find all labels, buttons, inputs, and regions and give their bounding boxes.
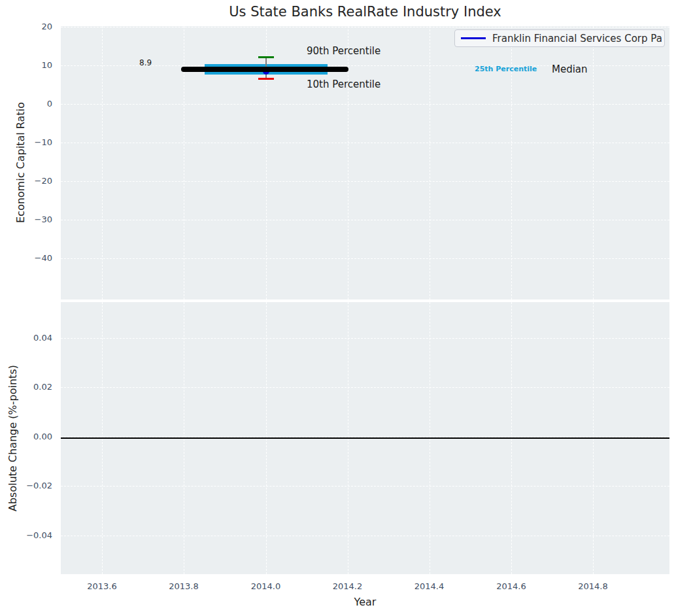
- gridline-h: [61, 104, 669, 105]
- p10-annotation: 10th Percentile: [307, 78, 380, 90]
- gridline-v: [430, 26, 430, 299]
- gridline-h: [61, 220, 669, 220]
- gridline-v: [102, 26, 103, 299]
- x-axis-label: Year: [61, 596, 669, 608]
- gridline-h: [61, 181, 669, 182]
- xtick-label: 2013.6: [79, 581, 125, 592]
- bottom-plot-area: [61, 302, 669, 574]
- p10-cap: [258, 78, 274, 80]
- bottom-y-axis-label: Absolute Change (%-points): [5, 302, 20, 574]
- gridline-h: [61, 486, 669, 487]
- xtick-label: 2014.2: [325, 581, 371, 592]
- legend-line-sample: [461, 37, 486, 39]
- gridline-h: [61, 338, 669, 339]
- xtick-label: 2014.4: [407, 581, 452, 592]
- xtick-label: 2014.0: [243, 581, 289, 592]
- xtick-label: 2014.8: [570, 581, 616, 592]
- gridline-v: [593, 26, 594, 299]
- top-y-axis-label: Economic Capital Ratio: [13, 26, 27, 299]
- gridline-h: [61, 387, 669, 388]
- gridline-h: [61, 143, 669, 143]
- gridline-h: [61, 258, 669, 259]
- legend: Franklin Financial Services Corp Pa: [454, 29, 665, 47]
- value-annotation: 8.9: [139, 58, 152, 67]
- xtick-label: 2014.6: [488, 581, 534, 592]
- median-line: [181, 67, 348, 72]
- xtick-label: 2013.8: [161, 581, 207, 592]
- top-plot-area: 8.9 90th Percentile 10th Percentile 25th…: [61, 26, 669, 299]
- p90-cap: [258, 56, 274, 58]
- p25-annotation: 25th Percentile: [475, 65, 537, 73]
- chart-title: Us State Banks RealRate Industry Index: [61, 4, 669, 20]
- legend-label: Franklin Financial Services Corp Pa: [492, 33, 662, 44]
- median-annotation: Median: [552, 63, 588, 75]
- gridline-h: [61, 27, 669, 27]
- p90-annotation: 90th Percentile: [307, 45, 380, 57]
- figure: Us State Banks RealRate Industry Index 8…: [0, 0, 676, 616]
- zero-line: [61, 437, 669, 439]
- gridline-h: [61, 536, 669, 536]
